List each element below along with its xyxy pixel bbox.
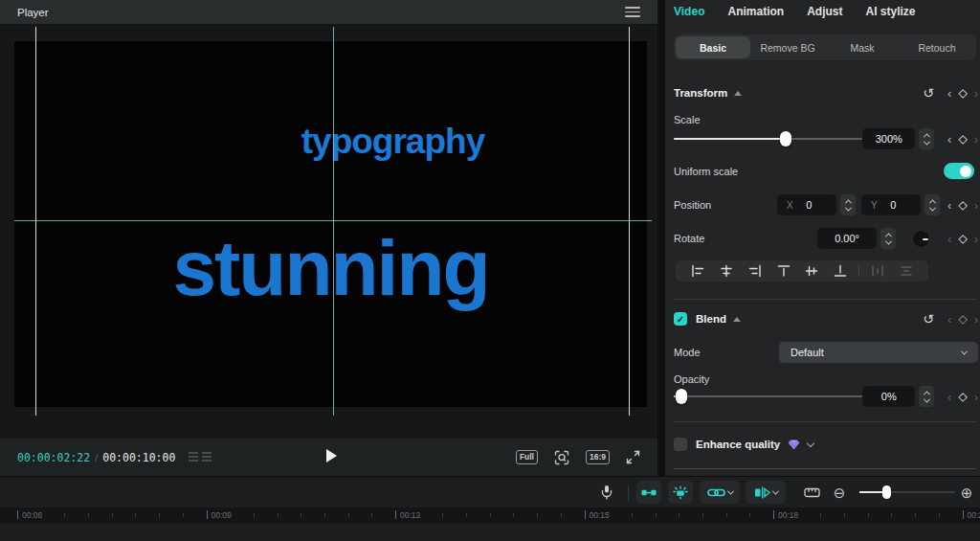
tab-remove-bg[interactable]: Remove BG — [750, 36, 825, 58]
ruler-minor-tick — [348, 513, 349, 517]
video-frame[interactable]: typography stunning — [14, 41, 647, 407]
ruler-time-label: 00:21 — [968, 510, 980, 520]
align-right-icon[interactable] — [741, 264, 769, 278]
blend-checkbox[interactable]: ✓ — [674, 312, 687, 326]
ruler-minor-tick — [797, 513, 798, 517]
reset-blend-icon[interactable]: ↺ — [923, 312, 934, 326]
opacity-label-row: Opacity — [674, 373, 978, 385]
keyframe-add-icon[interactable]: ◇ — [958, 233, 967, 244]
alignment-toolbar — [676, 260, 928, 282]
opacity-value-field[interactable]: 0% — [862, 386, 915, 407]
tab-animation[interactable]: Animation — [727, 5, 784, 18]
keyframe-add-icon[interactable]: ◇ — [958, 391, 967, 402]
ruler-icon[interactable] — [800, 481, 823, 504]
focus-icon[interactable] — [554, 450, 569, 465]
ruler-minor-tick — [254, 513, 255, 517]
uniform-scale-row: Uniform scale — [674, 163, 978, 179]
keyframe-next-icon[interactable]: › — [974, 199, 978, 212]
position-y-field[interactable]: Y 0 — [861, 194, 921, 215]
align-top-icon[interactable] — [769, 264, 798, 278]
keyframe-prev-icon[interactable]: ‹ — [947, 313, 951, 326]
keyframe-prev-icon[interactable]: ‹ — [947, 233, 951, 245]
align-left-icon[interactable] — [683, 264, 712, 278]
scale-value-field[interactable]: 300% — [862, 128, 915, 149]
split-clip-button[interactable] — [746, 481, 786, 504]
blend-mode-label: Mode — [674, 347, 701, 358]
tab-retouch[interactable]: Retouch — [900, 36, 974, 58]
keyframe-add-icon[interactable]: ◇ — [958, 133, 967, 145]
position-x-field[interactable]: X 0 — [777, 194, 836, 215]
keyframe-next-icon[interactable]: › — [974, 133, 978, 146]
transform-header: Transform ↺ ‹ ◇ › — [674, 85, 978, 101]
blend-header: ✓ Blend ↺ ‹ ◇ › — [674, 311, 978, 327]
clip-list-icon[interactable] — [189, 452, 212, 462]
opacity-stepper[interactable] — [919, 386, 934, 407]
timeline-track-area[interactable] — [0, 524, 980, 541]
player-panel-title: Player — [17, 7, 49, 18]
keyframe-prev-icon[interactable]: ‹ — [947, 391, 951, 403]
scale-label: Scale — [674, 114, 701, 125]
uniform-scale-toggle[interactable] — [944, 163, 974, 179]
zoom-slider[interactable] — [859, 491, 955, 493]
distribute-vertical-icon[interactable] — [892, 264, 921, 278]
ruler-minor-tick — [656, 513, 657, 517]
rotate-dial[interactable] — [912, 230, 930, 248]
magnetic-snap-button[interactable] — [636, 481, 661, 504]
tab-video[interactable]: Video — [674, 5, 704, 18]
align-bottom-icon[interactable] — [826, 264, 855, 278]
keyframe-add-icon[interactable]: ◇ — [958, 313, 967, 325]
align-center-vertical-icon[interactable] — [798, 264, 827, 278]
ruler-minor-tick — [939, 513, 940, 517]
timeline-ruler[interactable]: 00:0600:0900:1200:1500:1800:21 — [0, 507, 980, 524]
keyframe-next-icon[interactable]: › — [974, 313, 978, 326]
microphone-icon[interactable] — [595, 481, 618, 504]
opacity-slider[interactable] — [674, 389, 862, 404]
full-preview-button[interactable]: Full — [516, 450, 538, 463]
scale-slider-handle[interactable] — [780, 131, 791, 147]
tab-adjust[interactable]: Adjust — [807, 5, 842, 18]
scale-stepper[interactable] — [919, 128, 934, 149]
keyframe-next-icon[interactable]: › — [974, 87, 978, 100]
zoom-out-icon[interactable]: ⊖ — [830, 484, 849, 503]
collapse-transform-icon[interactable] — [734, 91, 742, 96]
position-x-stepper[interactable] — [840, 194, 856, 215]
ruler-major-tick — [585, 510, 586, 519]
keyframe-next-icon[interactable]: › — [974, 391, 978, 403]
enhance-quality-checkbox[interactable] — [674, 438, 687, 451]
auto-split-button[interactable] — [668, 481, 693, 504]
blend-mode-select[interactable]: Default — [779, 342, 978, 363]
preview-canvas[interactable]: typography stunning — [0, 25, 657, 439]
aspect-ratio-button[interactable]: 16:9 — [586, 450, 610, 463]
caption-typography[interactable]: typography — [14, 122, 647, 162]
play-button[interactable] — [326, 449, 337, 462]
keyframe-next-icon[interactable]: › — [974, 233, 978, 245]
caption-stunning[interactable]: stunning — [14, 223, 647, 313]
opacity-slider-handle[interactable] — [676, 389, 687, 404]
position-y-stepper[interactable] — [924, 194, 940, 215]
fullscreen-icon[interactable] — [626, 450, 640, 464]
align-center-horizontal-icon[interactable] — [712, 264, 741, 278]
tab-ai-stylize[interactable]: AI stylize — [865, 5, 915, 18]
distribute-horizontal-icon[interactable] — [863, 264, 892, 278]
zoom-slider-handle[interactable] — [882, 485, 891, 499]
tab-mask[interactable]: Mask — [825, 36, 900, 58]
keyframe-add-icon[interactable]: ◇ — [958, 199, 967, 211]
keyframe-add-icon[interactable]: ◇ — [958, 87, 967, 99]
rotate-value-field[interactable]: 0.00° — [817, 228, 877, 249]
keyframe-prev-icon[interactable]: ‹ — [947, 199, 951, 212]
link-clips-button[interactable] — [700, 481, 740, 504]
section-divider — [674, 421, 976, 422]
rotate-stepper[interactable] — [880, 228, 896, 249]
zoom-in-icon[interactable]: ⊕ — [957, 484, 976, 503]
uniform-scale-label: Uniform scale — [674, 166, 738, 177]
ruler-minor-tick — [820, 513, 821, 517]
chevron-down-icon[interactable] — [807, 439, 814, 446]
keyframe-prev-icon[interactable]: ‹ — [947, 87, 951, 100]
keyframe-prev-icon[interactable]: ‹ — [947, 133, 951, 146]
scale-slider[interactable] — [674, 131, 862, 147]
reset-transform-icon[interactable]: ↺ — [923, 86, 934, 100]
ruler-minor-tick — [371, 513, 372, 517]
tab-basic[interactable]: Basic — [676, 36, 750, 58]
collapse-blend-icon[interactable] — [733, 317, 741, 322]
menu-icon[interactable] — [625, 7, 640, 17]
